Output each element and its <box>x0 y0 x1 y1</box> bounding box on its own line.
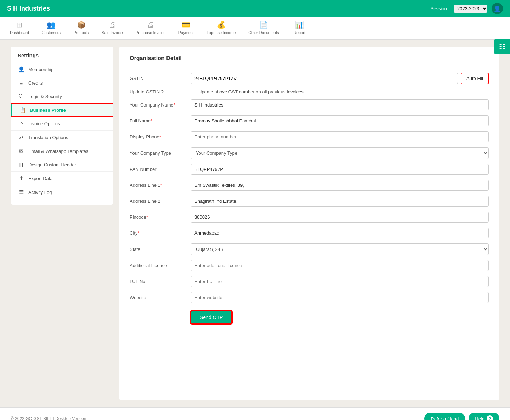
nav-item-purchase-invoice[interactable]: 🖨 Purchase Invoice <box>129 17 172 39</box>
nav-item-payment[interactable]: 💳 Payment <box>172 17 200 39</box>
additional-licence-row: Additional Licence <box>130 260 489 271</box>
full-name-row: Full Name* <box>130 115 489 126</box>
address1-input[interactable] <box>191 180 489 191</box>
update-gstin-text: Update above GST number on all previous … <box>198 89 305 94</box>
city-row: City* <box>130 228 489 238</box>
full-name-label: Full Name* <box>130 118 186 123</box>
company-type-select[interactable]: Your Company Type Proprietorship Partner… <box>191 147 489 159</box>
app-title: S H Industries <box>7 5 50 12</box>
sidebar-label-activity-log: Activity Log <box>28 190 52 195</box>
update-gstin-checkbox[interactable] <box>191 90 196 94</box>
nav-item-other-documents[interactable]: 📄 Other Documents <box>242 17 285 39</box>
city-input[interactable] <box>191 228 489 238</box>
calculator-button[interactable]: ☷ <box>494 39 510 54</box>
sidebar-item-login-security[interactable]: 🛡 Login & Security <box>11 90 113 103</box>
gstin-label: GSTIN <box>130 76 186 81</box>
additional-licence-label: Additional Licence <box>130 263 186 268</box>
footer-copyright: © 2022 GO GST BILL | Desktop Version <box>11 416 86 420</box>
report-icon: 📊 <box>295 21 304 29</box>
update-gstin-group: Update above GST number on all previous … <box>191 89 489 94</box>
gstin-input-group: Auto Fill <box>191 73 489 84</box>
nav-label-customers: Customers <box>42 30 61 35</box>
translation-icon: ⇄ <box>18 134 25 140</box>
footer: © 2022 GO GST BILL | Desktop Version Ref… <box>0 407 510 420</box>
display-phone-row: Display Phone* <box>130 131 489 142</box>
help-icon: ? <box>487 415 493 420</box>
sidebar-item-business-profile[interactable]: 📋 Business Profile <box>11 103 113 117</box>
update-gstin-label: Update GSTIN ? <box>130 89 186 94</box>
sidebar-label-login-security: Login & Security <box>28 94 62 99</box>
sidebar-item-membership[interactable]: 👤 Membership <box>11 63 113 76</box>
nav-label-dashboard: Dashboard <box>10 30 29 35</box>
nav-item-expense-income[interactable]: 💰 Expense Income <box>200 17 242 39</box>
sidebar-item-invoice-options[interactable]: 🖨 Invoice Options <box>11 117 113 131</box>
main-container: Settings 👤 Membership ≡ Credits 🛡 Login … <box>0 40 510 407</box>
gstin-input[interactable] <box>191 73 458 84</box>
sidebar-item-translation-options[interactable]: ⇄ Translation Options <box>11 131 113 144</box>
refer-friend-button[interactable]: Refer a friend <box>424 413 465 420</box>
company-name-input[interactable] <box>191 99 489 110</box>
website-label: Website <box>130 295 186 300</box>
state-label: State <box>130 247 186 252</box>
help-button[interactable]: Help ? <box>469 413 499 420</box>
sidebar: Settings 👤 Membership ≡ Credits 🛡 Login … <box>11 47 113 205</box>
pan-number-row: PAN Number <box>130 164 489 175</box>
full-name-input[interactable] <box>191 115 489 126</box>
invoice-options-icon: 🖨 <box>18 121 25 127</box>
display-phone-input[interactable] <box>191 131 489 142</box>
nav-item-sale-invoice[interactable]: 🖨 Sale Invoice <box>95 17 129 39</box>
company-name-row: Your Company Name* <box>130 99 489 110</box>
purchase-invoice-icon: 🖨 <box>147 21 154 29</box>
content-title: Organisation Detail <box>130 55 489 65</box>
lut-no-input[interactable] <box>191 276 489 287</box>
topbar: S H Industries Session : 2022-2023 2021-… <box>0 0 510 17</box>
nav-item-customers[interactable]: 👥 Customers <box>35 17 67 39</box>
gstin-row: GSTIN Auto Fill <box>130 73 489 84</box>
activity-log-icon: ☰ <box>18 189 25 195</box>
pincode-input[interactable] <box>191 212 489 223</box>
help-label: Help <box>475 416 484 420</box>
additional-licence-input[interactable] <box>191 260 489 271</box>
lut-no-row: LUT No. <box>130 276 489 287</box>
pan-number-input[interactable] <box>191 164 489 175</box>
sidebar-label-email-whatsapp: Email & Whatsapp Templates <box>28 149 89 154</box>
design-header-icon: H <box>18 162 25 168</box>
send-otp-row: Send OTP <box>130 308 489 324</box>
nav-item-report[interactable]: 📊 Report <box>285 17 313 39</box>
state-row: State Gujarat ( 24 ) Maharashtra ( 27 ) … <box>130 243 489 255</box>
products-icon: 📦 <box>77 21 86 29</box>
sidebar-item-activity-log[interactable]: ☰ Activity Log <box>11 185 113 199</box>
website-row: Website <box>130 292 489 303</box>
address1-row: Address Line 1* <box>130 180 489 191</box>
sidebar-item-email-whatsapp[interactable]: ✉ Email & Whatsapp Templates <box>11 144 113 158</box>
address2-label: Address Line 2 <box>130 199 186 204</box>
nav-label-products: Products <box>73 30 89 35</box>
address2-row: Address Line 2 <box>130 196 489 207</box>
nav-label-payment: Payment <box>178 30 194 35</box>
sidebar-label-membership: Membership <box>28 67 54 72</box>
dashboard-icon: ⊞ <box>16 21 22 29</box>
pan-number-label: PAN Number <box>130 167 186 172</box>
sidebar-label-business-profile: Business Profile <box>30 108 66 113</box>
sidebar-label-export-data: Export Data <box>28 176 53 181</box>
user-avatar[interactable]: 👤 <box>492 3 503 14</box>
website-input[interactable] <box>191 292 489 303</box>
update-gstin-row: Update GSTIN ? Update above GST number o… <box>130 89 489 94</box>
nav-item-products[interactable]: 📦 Products <box>67 17 95 39</box>
nav-item-dashboard[interactable]: ⊞ Dashboard <box>4 17 35 39</box>
other-documents-icon: 📄 <box>259 21 268 29</box>
customers-icon: 👥 <box>47 21 56 29</box>
session-select[interactable]: 2022-2023 2021-2022 2020-2021 <box>454 5 487 13</box>
footer-right: Refer a friend Help ? <box>424 413 499 420</box>
state-select[interactable]: Gujarat ( 24 ) Maharashtra ( 27 ) Rajast… <box>191 243 489 255</box>
send-otp-button[interactable]: Send OTP <box>191 311 232 324</box>
address2-input[interactable] <box>191 196 489 207</box>
sidebar-label-design-custom-header: Design Custom Header <box>28 162 76 167</box>
sidebar-item-design-custom-header[interactable]: H Design Custom Header <box>11 158 113 172</box>
auto-fill-button[interactable]: Auto Fill <box>461 73 489 84</box>
sidebar-item-credits[interactable]: ≡ Credits <box>11 76 113 90</box>
sidebar-item-export-data[interactable]: ⬆ Export Data <box>11 172 113 185</box>
sidebar-heading: Settings <box>11 52 113 63</box>
company-type-label: Your Company Type <box>130 150 186 156</box>
membership-icon: 👤 <box>18 66 25 73</box>
